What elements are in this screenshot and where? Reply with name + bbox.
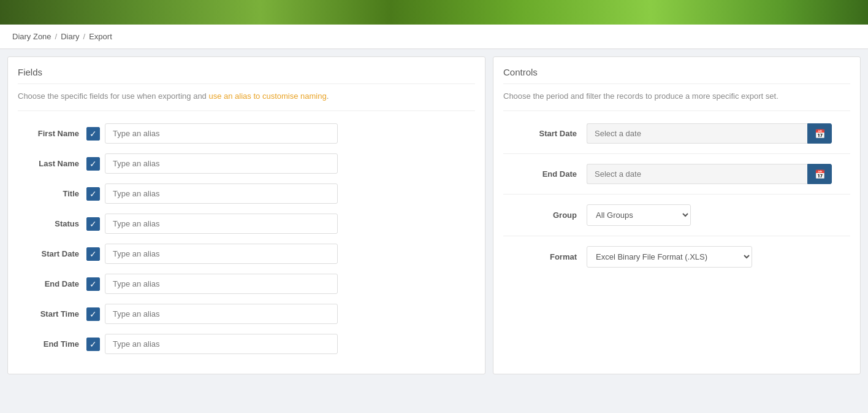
field-checkbox-1[interactable] — [86, 157, 100, 171]
group-select[interactable]: All Groups — [587, 204, 691, 226]
controls-description: Choose the period and filter the records… — [503, 91, 850, 111]
field-row-title: Title — [18, 183, 475, 209]
format-row: Format Excel Binary File Format (.XLS) C… — [503, 246, 850, 277]
alias-input-4[interactable] — [105, 244, 338, 264]
breadcrumb: Diary Zone / Diary / Export — [0, 25, 868, 49]
field-row-status: Status — [18, 214, 475, 239]
field-row-end-date: End Date — [18, 274, 475, 299]
start-date-input[interactable] — [587, 123, 807, 144]
header-image — [0, 0, 868, 25]
field-label-0: First Name — [18, 129, 79, 138]
field-checkbox-4[interactable] — [86, 247, 100, 261]
fields-panel-title: Fields — [18, 67, 475, 84]
field-row-start-date: Start Date — [18, 244, 475, 269]
end-date-row: End Date 📅 — [503, 164, 850, 195]
field-label-2: Title — [18, 189, 79, 198]
breadcrumb-separator-1: / — [55, 32, 58, 41]
group-label: Group — [503, 210, 577, 220]
field-row-first-name: First Name — [18, 123, 475, 149]
field-label-7: End Time — [18, 339, 79, 349]
field-row-start-time: Start Time — [18, 304, 475, 329]
field-label-3: Status — [18, 219, 79, 228]
controls-panel-title: Controls — [503, 67, 850, 84]
start-date-label: Start Date — [503, 129, 577, 138]
field-checkbox-0[interactable] — [86, 127, 100, 141]
breadcrumb-export: Export — [89, 32, 112, 41]
calendar-icon: 📅 — [815, 129, 825, 139]
field-label-6: Start Time — [18, 309, 79, 318]
format-label: Format — [503, 252, 577, 261]
format-select[interactable]: Excel Binary File Format (.XLS) CSV PDF — [587, 246, 752, 268]
field-label-4: Start Date — [18, 249, 79, 258]
controls-panel: Controls Choose the period and filter th… — [493, 56, 861, 374]
end-date-input[interactable] — [587, 164, 807, 184]
start-date-wrapper: 📅 — [587, 123, 832, 144]
field-checkbox-7[interactable] — [86, 338, 100, 351]
breadcrumb-diary[interactable]: Diary — [61, 32, 79, 41]
field-row-last-name: Last Name — [18, 153, 475, 179]
alias-input-6[interactable] — [105, 304, 338, 324]
calendar-icon-end: 📅 — [815, 169, 825, 179]
end-date-calendar-button[interactable]: 📅 — [807, 164, 832, 184]
group-row: Group All Groups — [503, 204, 850, 236]
alias-input-2[interactable] — [105, 183, 338, 204]
fields-description-text1: Choose the specific fields for use when … — [18, 91, 208, 101]
fields-panel: Fields Choose the specific fields for us… — [7, 56, 485, 374]
alias-input-7[interactable] — [105, 334, 338, 354]
end-date-label: End Date — [503, 169, 577, 179]
field-row-end-time: End Time — [18, 334, 475, 359]
field-label-5: End Date — [18, 279, 79, 288]
alias-input-3[interactable] — [105, 214, 338, 234]
end-date-wrapper: 📅 — [587, 164, 832, 184]
fields-description-highlight: use an alias to customise naming — [208, 91, 326, 101]
field-checkbox-6[interactable] — [86, 307, 100, 321]
fields-description-text2: . — [327, 91, 329, 101]
field-checkbox-3[interactable] — [86, 217, 100, 231]
fields-description: Choose the specific fields for use when … — [18, 91, 475, 111]
start-date-row: Start Date 📅 — [503, 123, 850, 154]
breadcrumb-separator-2: / — [83, 32, 86, 41]
start-date-calendar-button[interactable]: 📅 — [807, 123, 832, 144]
field-label-1: Last Name — [18, 159, 79, 168]
breadcrumb-diary-zone[interactable]: Diary Zone — [12, 32, 51, 41]
alias-input-5[interactable] — [105, 274, 338, 294]
alias-input-0[interactable] — [105, 123, 338, 144]
field-checkbox-2[interactable] — [86, 187, 100, 201]
alias-input-1[interactable] — [105, 153, 338, 174]
field-checkbox-5[interactable] — [86, 277, 100, 291]
